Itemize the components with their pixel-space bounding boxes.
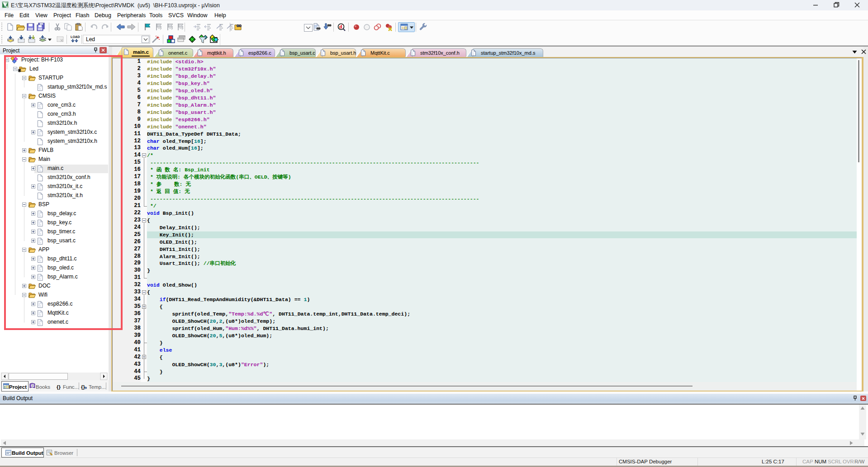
svg-text:?: ? — [32, 384, 33, 387]
svg-text:s: s — [6, 5, 8, 9]
svg-text:d: d — [339, 24, 342, 30]
svg-text:LOAD: LOAD — [71, 35, 80, 39]
